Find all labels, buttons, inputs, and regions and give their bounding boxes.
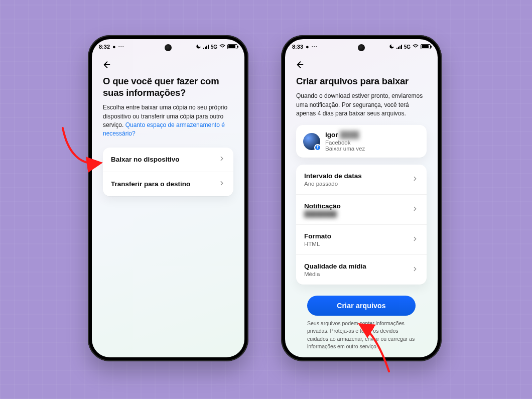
- option-download-device[interactable]: Baixar no dispositivo: [103, 148, 233, 172]
- setting-format[interactable]: Formato HTML: [296, 224, 427, 254]
- clock: 8:33: [292, 44, 303, 50]
- page-description: Escolha entre baixar uma cópia no seu pr…: [103, 103, 233, 139]
- screen-right: 8:33 ● ··· 5G Criar arquivos: [285, 39, 438, 357]
- network-label: 5G: [404, 44, 411, 50]
- wifi-icon: [219, 43, 225, 50]
- option-label: Transferir para o destino: [111, 180, 213, 188]
- signal-icon: [203, 45, 209, 49]
- phone-frame-left: 8:32 ● ··· 5G O que você que: [88, 35, 248, 361]
- setting-notification[interactable]: Notificação ████████: [296, 194, 427, 224]
- option-transfer-destination[interactable]: Transferir para o destino: [103, 172, 233, 196]
- setting-label: Notificação: [304, 202, 407, 210]
- setting-value: Média: [304, 271, 407, 277]
- more-notifications-icon: ···: [312, 44, 318, 50]
- signal-icon: [396, 45, 402, 49]
- profile-frequency: Baixar uma vez: [325, 146, 420, 152]
- front-camera-icon: [165, 44, 172, 51]
- chevron-right-icon: [412, 265, 419, 275]
- page-title: Criar arquivos para baixar: [296, 75, 427, 87]
- chevron-right-icon: [412, 205, 419, 214]
- battery-icon: [227, 44, 237, 49]
- chevron-right-icon: [218, 155, 225, 164]
- profile-name-blurred: ████: [340, 131, 359, 139]
- back-arrow-icon: [101, 60, 111, 70]
- chevron-right-icon: [218, 180, 225, 189]
- moon-dnd-icon: [196, 44, 201, 50]
- chevron-right-icon: [412, 175, 419, 184]
- profile-card: f Igor ████ Facebook Baixar uma vez: [296, 125, 427, 158]
- profile-name: Igor: [325, 131, 338, 139]
- notification-bubble-icon: ●: [112, 44, 116, 50]
- setting-value: Ano passado: [304, 181, 407, 187]
- more-notifications-icon: ···: [118, 44, 124, 50]
- moon-dnd-icon: [389, 44, 394, 50]
- avatar: f: [303, 133, 320, 150]
- profile-row: f Igor ████ Facebook Baixar uma vez: [296, 125, 427, 158]
- network-label: 5G: [211, 44, 217, 50]
- setting-label: Intervalo de datas: [304, 172, 407, 180]
- setting-value-blurred: ████████: [304, 211, 407, 217]
- profile-platform: Facebook: [325, 140, 420, 146]
- screen-left: 8:32 ● ··· 5G O que você que: [92, 39, 244, 357]
- battery-icon: [421, 44, 431, 49]
- setting-label: Qualidade da mídia: [304, 262, 407, 270]
- settings-card: Intervalo de datas Ano passado Notificaç…: [296, 165, 427, 285]
- phone-frame-right: 8:33 ● ··· 5G Criar arquivos: [281, 35, 442, 361]
- facebook-badge-icon: f: [314, 144, 321, 151]
- option-label: Baixar no dispositivo: [111, 156, 213, 163]
- setting-media-quality[interactable]: Qualidade da mídia Média: [296, 254, 427, 285]
- setting-label: Formato: [304, 232, 407, 240]
- setting-value: HTML: [304, 241, 407, 247]
- notification-bubble-icon: ●: [306, 44, 309, 50]
- chevron-right-icon: [412, 235, 419, 244]
- options-card: Baixar no dispositivo Transferir para o …: [103, 148, 233, 196]
- setting-date-range[interactable]: Intervalo de datas Ano passado: [296, 165, 427, 194]
- back-button[interactable]: [294, 57, 309, 72]
- clock: 8:32: [99, 44, 110, 50]
- wifi-icon: [413, 43, 419, 50]
- back-button[interactable]: [101, 57, 116, 72]
- page-description: Quando o download estiver pronto, enviar…: [296, 92, 427, 118]
- footer-note: Seus arquivos podem conter informações p…: [307, 320, 416, 350]
- create-files-button[interactable]: Criar arquivos: [307, 296, 416, 316]
- page-title: O que você quer fazer com suas informaçõ…: [103, 75, 233, 98]
- front-camera-icon: [358, 44, 365, 51]
- back-arrow-icon: [294, 60, 304, 70]
